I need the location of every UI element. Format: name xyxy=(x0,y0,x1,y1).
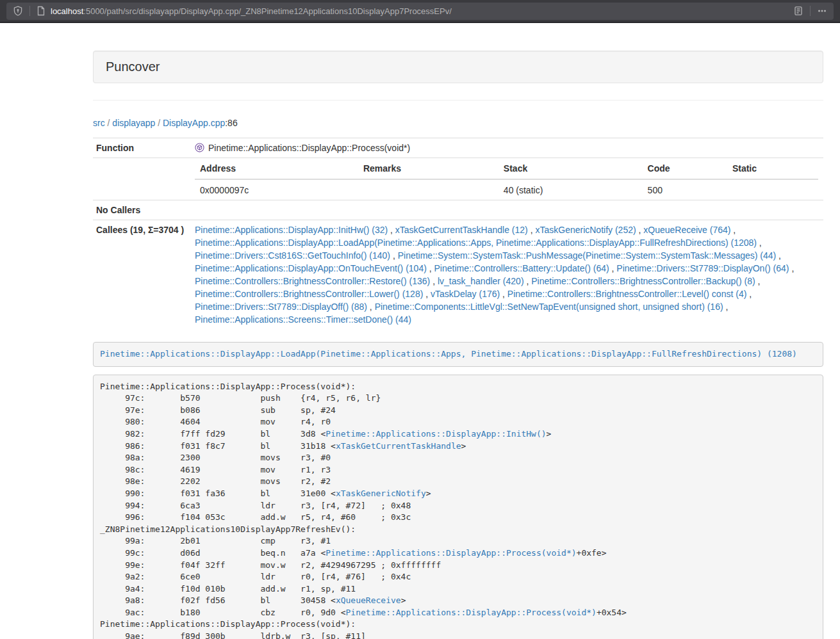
breadcrumb-link[interactable]: DisplayApp.cpp xyxy=(163,118,225,128)
breadcrumb-link[interactable]: src xyxy=(93,118,105,128)
page-icon[interactable] xyxy=(37,6,45,16)
disassembly-symbol-link[interactable]: Pinetime::Applications::DisplayApp::Proc… xyxy=(346,608,597,617)
table-row: Function Pinetime::Applications::Display… xyxy=(93,138,823,158)
shield-icon[interactable] xyxy=(13,6,23,16)
disassembly-symbol-link[interactable]: xQueueReceive xyxy=(336,595,401,605)
breadcrumb-line-number: :86 xyxy=(225,118,237,128)
callee-link[interactable]: Pinetime::Applications::DisplayApp::Init… xyxy=(195,225,388,235)
no-callers-label: No Callers xyxy=(93,200,190,220)
column-header-code: Code xyxy=(643,158,727,179)
function-icon xyxy=(195,143,204,152)
callees-label: Callees (19, Σ=3704 ) xyxy=(93,220,190,330)
divider xyxy=(93,100,823,101)
breadcrumb-separator: / xyxy=(105,118,113,128)
callee-link[interactable]: Pinetime::Controllers::Battery::Update()… xyxy=(434,263,609,273)
column-header-stack: Stack xyxy=(498,158,643,179)
callee-link[interactable]: Pinetime::Components::LittleVgl::SetNewT… xyxy=(375,302,723,312)
callee-link[interactable]: Pinetime::Controllers::BrightnessControl… xyxy=(195,289,423,299)
column-header-remarks: Remarks xyxy=(358,158,498,179)
column-header-static: Static xyxy=(727,158,818,179)
callee-link[interactable]: Pinetime::Applications::Screens::Timer::… xyxy=(195,314,411,325)
code-value: 500 xyxy=(643,179,727,200)
callees-list: Pinetime::Applications::DisplayApp::Init… xyxy=(190,220,823,330)
browser-toolbar: localhost:5000/path/src/displayapp/Displ… xyxy=(0,0,840,23)
breadcrumb-separator: / xyxy=(155,118,163,128)
snippet-link[interactable]: Pinetime::Applications::DisplayApp::Load… xyxy=(100,349,797,359)
callee-link[interactable]: Pinetime::Controllers::BrightnessControl… xyxy=(531,276,755,286)
disassembly-symbol-link[interactable]: xTaskGenericNotify xyxy=(336,489,426,498)
table-row: Address Remarks Stack Code Static 0x0000… xyxy=(93,158,823,200)
disassembly-symbol-link[interactable]: Pinetime::Applications::DisplayApp::Proc… xyxy=(325,548,576,558)
app-title: Puncover xyxy=(106,60,160,74)
function-row-label: Function xyxy=(93,138,190,158)
url-bar[interactable]: localhost:5000/path/src/displayapp/Displ… xyxy=(6,3,834,20)
toolbar-divider xyxy=(29,6,30,16)
callee-link[interactable]: xTaskGenericNotify (252) xyxy=(535,225,636,235)
static-value xyxy=(727,179,818,200)
disassembly-block: Pinetime::Applications::DisplayApp::Proc… xyxy=(93,375,823,639)
callee-link[interactable]: Pinetime::System::SystemTask::PushMessag… xyxy=(398,250,777,261)
callee-link[interactable]: Pinetime::Drivers::Cst816S::GetTouchInfo… xyxy=(195,250,390,261)
page-actions-menu-icon[interactable] xyxy=(817,6,827,16)
callee-link[interactable]: Pinetime::Controllers::BrightnessControl… xyxy=(507,289,746,299)
table-row: Callees (19, Σ=3704 ) Pinetime::Applicat… xyxy=(93,220,823,330)
callee-link[interactable]: vTaskDelay (176) xyxy=(431,289,500,299)
breadcrumb: src / displayapp / DisplayApp.cpp:86 xyxy=(93,117,823,129)
address-value: 0x0000097c xyxy=(195,179,358,200)
callee-link[interactable]: xTaskGetCurrentTaskHandle (12) xyxy=(395,225,528,235)
callee-link[interactable]: Pinetime::Controllers::BrightnessControl… xyxy=(195,276,430,286)
toolbar-divider xyxy=(810,6,811,16)
remarks-value xyxy=(358,179,498,200)
url-host: localhost xyxy=(51,6,83,16)
page-content: Puncover src / displayapp / DisplayApp.c… xyxy=(93,51,823,639)
symbol-table: Function Pinetime::Applications::Display… xyxy=(93,138,823,329)
breadcrumb-link[interactable]: displayapp xyxy=(112,118,155,128)
callee-link[interactable]: Pinetime::Drivers::St7789::DisplayOn() (… xyxy=(616,263,789,273)
app-header: Puncover xyxy=(93,51,823,83)
table-row: 0x0000097c 40 (static) 500 xyxy=(195,179,818,200)
url-text[interactable]: localhost:5000/path/src/displayapp/Displ… xyxy=(51,6,793,16)
callee-link[interactable]: Pinetime::Applications::DisplayApp::Load… xyxy=(195,238,757,248)
callee-link[interactable]: xQueueReceive (764) xyxy=(643,225,730,235)
reader-mode-icon[interactable] xyxy=(793,6,803,16)
callee-link[interactable]: Pinetime::Drivers::St7789::DisplayOff() … xyxy=(195,302,367,312)
column-header-address: Address xyxy=(195,158,358,179)
disassembly-symbol-link[interactable]: Pinetime::Applications::DisplayApp::Init… xyxy=(325,429,546,439)
table-row: No Callers xyxy=(93,200,823,220)
stack-value: 40 (static) xyxy=(498,179,643,200)
callee-link[interactable]: lv_task_handler (420) xyxy=(438,276,524,286)
url-path: :5000/path/src/displayapp/DisplayApp.cpp… xyxy=(83,6,452,16)
callee-link[interactable]: Pinetime::Applications::DisplayApp::OnTo… xyxy=(195,263,427,273)
function-name: Pinetime::Applications::DisplayApp::Proc… xyxy=(208,143,410,153)
function-detail-table: Address Remarks Stack Code Static 0x0000… xyxy=(195,158,818,200)
snippet-block: Pinetime::Applications::DisplayApp::Load… xyxy=(93,342,823,367)
disassembly-symbol-link[interactable]: xTaskGetCurrentTaskHandle xyxy=(336,441,461,451)
